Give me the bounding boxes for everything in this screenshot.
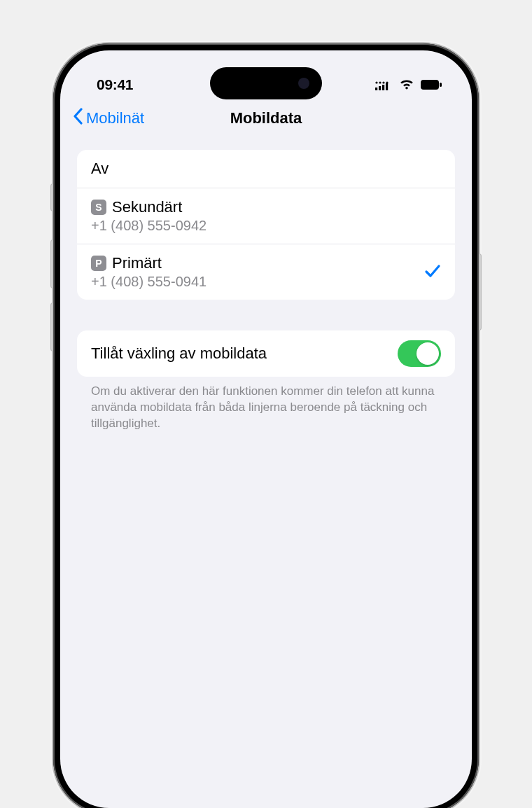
primary-info: P Primärt +1 (408) 555-0941 xyxy=(91,254,424,290)
svg-rect-9 xyxy=(440,83,442,87)
status-time: 09:41 xyxy=(97,76,133,93)
nav-bar: Mobilnät Mobildata xyxy=(60,99,472,137)
checkmark-icon xyxy=(424,263,441,281)
primary-sim-badge-icon: P xyxy=(91,256,106,271)
back-button[interactable]: Mobilnät xyxy=(73,108,144,129)
line-option-off[interactable]: Av xyxy=(77,150,455,188)
data-switching-toggle[interactable] xyxy=(398,340,441,367)
svg-point-0 xyxy=(375,81,377,83)
chevron-left-icon xyxy=(73,108,83,129)
dual-sim-signal-icon xyxy=(375,79,393,90)
svg-rect-5 xyxy=(379,86,381,90)
off-label: Av xyxy=(91,160,108,177)
svg-rect-4 xyxy=(375,88,377,90)
svg-rect-6 xyxy=(382,85,384,90)
volume-down-button xyxy=(50,302,53,351)
primary-name: Primärt xyxy=(112,254,162,272)
phone-frame: 09:41 xyxy=(53,43,479,808)
battery-icon xyxy=(420,79,442,90)
secondary-name: Sekundärt xyxy=(112,198,182,216)
status-icons xyxy=(375,79,442,90)
secondary-info: S Sekundärt +1 (408) 555-0942 xyxy=(91,198,441,234)
toggle-knob xyxy=(416,342,439,365)
power-button xyxy=(479,253,482,330)
svg-point-1 xyxy=(379,81,381,83)
page-title: Mobildata xyxy=(230,109,302,127)
data-switching-row: Tillåt växling av mobildata xyxy=(77,330,455,377)
silent-switch xyxy=(50,183,53,211)
phone-screen: 09:41 xyxy=(60,50,472,808)
wifi-icon xyxy=(399,79,414,90)
secondary-sim-badge-icon: S xyxy=(91,200,106,215)
dynamic-island xyxy=(210,67,322,99)
back-label: Mobilnät xyxy=(86,109,144,127)
data-switching-label: Tillåt växling av mobildata xyxy=(91,344,267,363)
content: Av S Sekundärt +1 (408) 555-0942 P xyxy=(60,137,472,432)
data-switching-group: Tillåt växling av mobildata xyxy=(77,330,455,377)
svg-point-2 xyxy=(382,81,384,83)
svg-rect-8 xyxy=(421,80,439,90)
line-selection-group: Av S Sekundärt +1 (408) 555-0942 P xyxy=(77,150,455,300)
secondary-number: +1 (408) 555-0942 xyxy=(91,218,441,234)
svg-rect-7 xyxy=(386,83,388,90)
line-option-secondary[interactable]: S Sekundärt +1 (408) 555-0942 xyxy=(77,188,455,244)
footer-description: Om du aktiverar den här funktionen komme… xyxy=(77,377,455,432)
volume-up-button xyxy=(50,239,53,288)
primary-number: +1 (408) 555-0941 xyxy=(91,274,424,290)
line-option-primary[interactable]: P Primärt +1 (408) 555-0941 xyxy=(77,244,455,300)
